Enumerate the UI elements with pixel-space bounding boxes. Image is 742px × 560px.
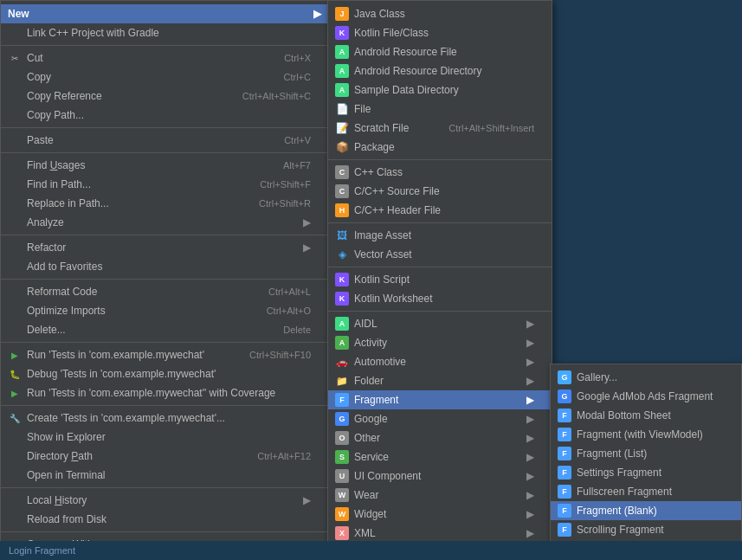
menu-item-fragment-list[interactable]: F Fragment (List) <box>551 444 741 463</box>
menu-item-gallery[interactable]: G Gallery... <box>551 368 741 387</box>
menu-item-local-history[interactable]: Local History ▶ <box>1 491 328 510</box>
menu-item-coverage[interactable]: ▶ Run 'Tests in 'com.example.mywechat'' … <box>1 383 328 402</box>
shortcut-label: Ctrl+Shift+F10 <box>232 350 311 360</box>
menu-item-scratch-file[interactable]: 📝 Scratch File Ctrl+Alt+Shift+Insert <box>328 119 552 138</box>
menu-item-paste[interactable]: Paste Ctrl+V <box>1 131 328 150</box>
menu-item-activity[interactable]: A Activity ▶ <box>328 333 552 352</box>
menu-item-image-asset[interactable]: 🖼 Image Asset <box>328 226 552 245</box>
menu-item-find-path[interactable]: Find in Path... Ctrl+Shift+F <box>1 175 328 194</box>
menu-item-label: Create 'Tests in 'com.example.mywechat'.… <box>27 412 225 424</box>
menu-item-find-usages[interactable]: Find Usages Alt+F7 <box>1 156 328 175</box>
menu-item-scrolling-fragment[interactable]: F Scrolling Fragment <box>551 520 741 539</box>
submenu-arrow-icon: ▶ <box>294 216 311 229</box>
menu-item-cpp-header[interactable]: H C/C++ Header File <box>328 201 552 220</box>
menu-item-service[interactable]: S Service ▶ <box>328 447 552 467</box>
menu-item-analyze[interactable]: Analyze ▶ <box>1 213 328 232</box>
menu-item-label: C/C++ Header File <box>354 204 441 216</box>
menu-item-copy-ref[interactable]: Copy Reference Ctrl+Alt+Shift+C <box>1 87 328 106</box>
aidl-icon: A <box>335 317 349 331</box>
menu-item-android-resource-dir[interactable]: A Android Resource Directory <box>328 61 552 80</box>
menu-item-open-terminal[interactable]: Open in Terminal <box>1 466 328 485</box>
menu-item-other[interactable]: O Other ▶ <box>328 428 552 447</box>
automotive-icon: 🚗 <box>335 355 349 369</box>
menu-item-modal-bottom[interactable]: F Modal Bottom Sheet <box>551 406 741 425</box>
menu-item-label: Fragment (List) <box>577 447 647 460</box>
shortcut-label: Ctrl+Alt+Shift+C <box>225 91 311 101</box>
menu-item-google[interactable]: G Google ▶ <box>328 409 552 428</box>
arrow-icon: ▶ <box>313 8 321 20</box>
separator <box>1 235 328 235</box>
menu-item-label: Debug 'Tests in 'com.example.mywechat' <box>27 368 216 380</box>
blank-icon <box>8 216 22 229</box>
menu-item-refactor[interactable]: Refactor ▶ <box>1 238 328 257</box>
menu-item-xml[interactable]: X XML ▶ <box>328 524 552 543</box>
menu-item-copy[interactable]: Copy Ctrl+C <box>1 68 328 87</box>
menu-item-fragment[interactable]: F Fragment ▶ <box>328 390 552 409</box>
menu-item-copy-path[interactable]: Copy Path... <box>1 106 328 125</box>
xml-icon: X <box>335 526 349 540</box>
menu-item-label: Wear <box>354 489 378 501</box>
menu-item-delete[interactable]: Delete... Delete <box>1 320 328 339</box>
menu-item-android-resource-file[interactable]: A Android Resource File <box>328 42 552 61</box>
menu-item-label: Run 'Tests in 'com.example.mywechat' <box>27 349 204 361</box>
menu-item-label: XML <box>354 527 376 539</box>
separator <box>328 159 552 160</box>
menu-item-cpp-class[interactable]: C C++ Class <box>328 163 552 182</box>
menu-item-label: C/C++ Source File <box>354 185 440 197</box>
menu-item-file[interactable]: 📄 File <box>328 100 552 119</box>
menu-item-debug-tests[interactable]: 🐛 Debug 'Tests in 'com.example.mywechat' <box>1 364 328 383</box>
menu-item-ui-component[interactable]: U UI Component ▶ <box>328 467 552 486</box>
gallery-icon: G <box>558 370 571 384</box>
menu-item-label: Optimize Imports <box>27 305 106 317</box>
menu-item-fragment-blank[interactable]: F Fragment (Blank) <box>551 501 741 520</box>
menu-item-label: Replace in Path... <box>27 197 109 209</box>
menu-item-cut[interactable]: ✂ Cut Ctrl+X <box>1 48 328 68</box>
ui-component-icon: U <box>335 469 349 483</box>
menu-item-label: Android Resource File <box>354 46 457 58</box>
menu-item-kotlin-file[interactable]: K Kotlin File/Class <box>328 23 552 42</box>
menu-item-replace-path[interactable]: Replace in Path... Ctrl+Shift+R <box>1 194 328 213</box>
menu-item-admob[interactable]: G Google AdMob Ads Fragment <box>551 387 741 406</box>
menu-item-label: Gallery... <box>577 371 617 383</box>
menu-item-show-explorer[interactable]: Show in Explorer <box>1 428 328 447</box>
run-icon: ▶ <box>8 348 22 362</box>
menu-item-label: Find in Path... <box>27 178 91 190</box>
menu-item-kotlin-worksheet[interactable]: K Kotlin Worksheet <box>328 289 552 308</box>
menu-item-label: Scratch File <box>354 122 409 134</box>
menu-item-java-class[interactable]: J Java Class <box>328 4 552 23</box>
menu-item-fullscreen-fragment[interactable]: F Fullscreen Fragment <box>551 482 741 501</box>
menu-item-label: Sample Data Directory <box>354 84 459 96</box>
separator <box>1 127 328 128</box>
menu-item-wear[interactable]: W Wear ▶ <box>328 486 552 505</box>
context-menu: New ▶ Link C++ Project with Gradle ✂ Cut… <box>0 0 329 560</box>
menu-header-label: New <box>8 8 29 20</box>
menu-item-automotive[interactable]: 🚗 Automotive ▶ <box>328 352 552 371</box>
menu-item-package[interactable]: 📦 Package <box>328 138 552 157</box>
menu-item-run-tests[interactable]: ▶ Run 'Tests in 'com.example.mywechat' C… <box>1 345 328 364</box>
menu-item-sample-data-dir[interactable]: A Sample Data Directory <box>328 80 552 100</box>
blank-icon <box>8 468 22 482</box>
menu-item-optimize-imports[interactable]: Optimize Imports Ctrl+Alt+O <box>1 301 328 320</box>
menu-item-vector-asset[interactable]: ◈ Vector Asset <box>328 245 552 264</box>
menu-item-cpp-source[interactable]: C C/C++ Source File <box>328 182 552 201</box>
menu-item-aidl[interactable]: A AIDL ▶ <box>328 314 552 333</box>
widget-icon: W <box>335 507 349 521</box>
menu-item-kotlin-script[interactable]: K Kotlin Script <box>328 270 552 289</box>
fragment-list-icon: F <box>558 447 571 460</box>
menu-item-fragment-viewmodel[interactable]: F Fragment (with ViewModel) <box>551 425 741 444</box>
menu-item-reformat[interactable]: Reformat Code Ctrl+Alt+L <box>1 282 328 301</box>
menu-item-create-tests[interactable]: 🔧 Create 'Tests in 'com.example.mywechat… <box>1 409 328 428</box>
submenu-arrow-icon: ▶ <box>294 494 311 506</box>
menu-item-link-cpp[interactable]: Link C++ Project with Gradle <box>1 23 328 42</box>
menu-item-label: Settings Fragment <box>577 467 661 479</box>
paste-icon <box>8 133 22 147</box>
menu-item-add-favorites[interactable]: Add to Favorites <box>1 257 328 276</box>
menu-item-settings-fragment[interactable]: F Settings Fragment <box>551 463 741 482</box>
package-icon: 📦 <box>335 140 349 154</box>
menu-item-widget[interactable]: W Widget ▶ <box>328 505 552 524</box>
menu-item-reload-disk[interactable]: Reload from Disk <box>1 510 328 529</box>
menu-item-label: Link C++ Project with Gradle <box>27 27 159 39</box>
submenu-arrow-icon: ▶ <box>518 451 534 463</box>
menu-item-folder[interactable]: 📁 Folder ▶ <box>328 371 552 390</box>
menu-item-dir-path[interactable]: Directory Path Ctrl+Alt+F12 <box>1 447 328 466</box>
